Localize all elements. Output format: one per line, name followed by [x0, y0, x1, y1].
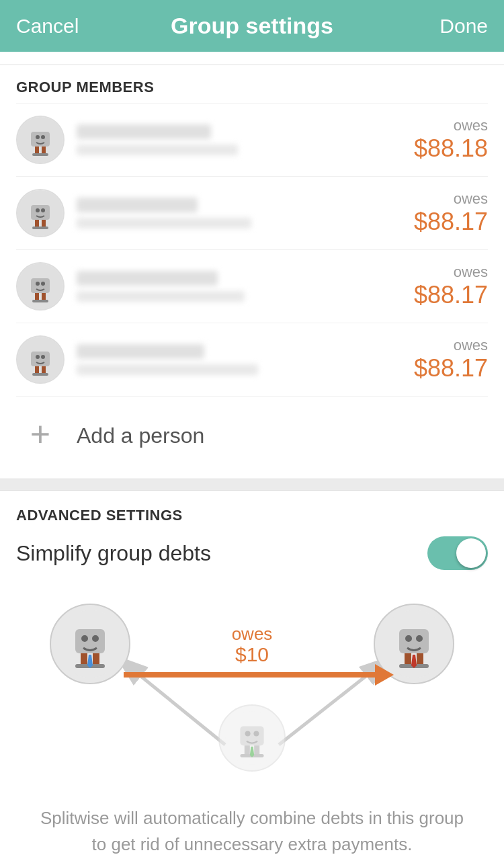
svg-point-19 [36, 282, 40, 286]
debt-diagram: owes $10 [16, 590, 488, 778]
member-name [77, 344, 204, 359]
member-info [77, 198, 414, 229]
member-email [77, 218, 251, 229]
owes-label: owes [414, 263, 488, 281]
svg-point-55 [245, 731, 251, 737]
section-top-strip [0, 52, 504, 65]
svg-rect-18 [32, 300, 48, 302]
add-person-row[interactable]: + Add a person [16, 396, 488, 479]
owes-label: owes [414, 337, 488, 354]
plus-icon: + [30, 417, 50, 452]
owes-amount: $88.17 [414, 208, 488, 235]
member-name [77, 198, 198, 212]
group-members-section: GROUP MEMBERS owes $88.18 [0, 65, 504, 479]
group-members-label: GROUP MEMBERS [16, 79, 488, 96]
member-owe: owes $88.17 [414, 337, 488, 382]
app-header: Cancel Group settings Done [0, 0, 504, 52]
advanced-settings-label: ADVANCED SETTINGS [16, 507, 488, 524]
add-plus-icon: + [16, 411, 65, 460]
simplify-toggle[interactable] [427, 536, 488, 570]
member-owe: owes $88.18 [414, 117, 488, 163]
member-row[interactable]: owes $88.18 [16, 103, 488, 176]
svg-point-6 [41, 135, 45, 139]
advanced-settings-section: ADVANCED SETTINGS Simplify group debts [0, 491, 504, 861]
svg-point-41 [405, 635, 412, 642]
svg-point-56 [253, 731, 259, 737]
section-divider [0, 479, 504, 491]
member-row[interactable]: owes $88.17 [16, 176, 488, 249]
cancel-button[interactable]: Cancel [16, 15, 79, 38]
svg-rect-11 [32, 227, 48, 229]
arrow-amount: $10 [235, 643, 269, 666]
owes-amount: $88.17 [414, 281, 488, 309]
arrow-line-inner [124, 672, 380, 678]
simplify-description: Splitwise will automatically combine deb… [16, 798, 488, 861]
simplify-label: Simplify group debts [16, 541, 211, 566]
diagram-person-left [50, 604, 130, 684]
avatar [16, 189, 65, 237]
member-email [77, 145, 238, 155]
member-row[interactable]: owes $88.17 [16, 249, 488, 323]
member-email [77, 291, 245, 302]
avatar [16, 116, 65, 164]
member-info [77, 344, 414, 375]
owes-amount: $88.17 [414, 354, 488, 382]
member-info [77, 124, 414, 155]
arrow-head-icon [375, 664, 394, 686]
done-button[interactable]: Done [439, 15, 488, 38]
add-person-label: Add a person [77, 423, 204, 448]
svg-point-33 [81, 635, 88, 642]
avatar [16, 335, 65, 384]
member-owe: owes $88.17 [414, 263, 488, 309]
member-name [77, 124, 211, 139]
member-email [77, 364, 258, 375]
member-name [77, 271, 218, 286]
avatar [16, 262, 65, 311]
owes-amount: $88.18 [414, 134, 488, 162]
member-owe: owes $88.17 [414, 190, 488, 236]
svg-point-12 [36, 208, 40, 212]
owes-label: owes [414, 117, 488, 134]
svg-rect-25 [32, 373, 48, 376]
svg-rect-4 [32, 153, 48, 156]
simplify-row: Simplify group debts [16, 536, 488, 570]
arrow-line [124, 670, 380, 680]
arrow-owes-label: owes [232, 624, 273, 645]
member-info [77, 271, 414, 302]
svg-point-13 [41, 208, 45, 212]
page-title: Group settings [171, 13, 333, 39]
debt-arrow-container: owes $10 [124, 624, 380, 680]
owes-label: owes [414, 190, 488, 208]
toggle-knob [456, 538, 486, 568]
svg-point-5 [36, 135, 40, 139]
svg-point-34 [92, 635, 99, 642]
svg-point-27 [41, 355, 45, 359]
member-row[interactable]: owes $88.17 [16, 323, 488, 396]
diagram-person-bottom [218, 704, 286, 772]
svg-point-42 [416, 635, 423, 642]
svg-point-20 [41, 282, 45, 286]
svg-point-26 [36, 355, 40, 359]
